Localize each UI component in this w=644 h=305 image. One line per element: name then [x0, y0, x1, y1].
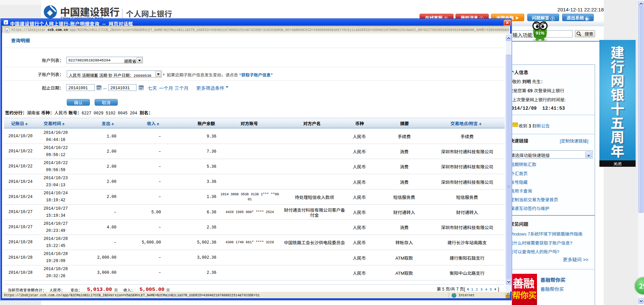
svg-text:91%: 91%: [536, 31, 544, 36]
svg-text:e: e: [6, 28, 8, 33]
svg-text:e: e: [5, 20, 7, 25]
